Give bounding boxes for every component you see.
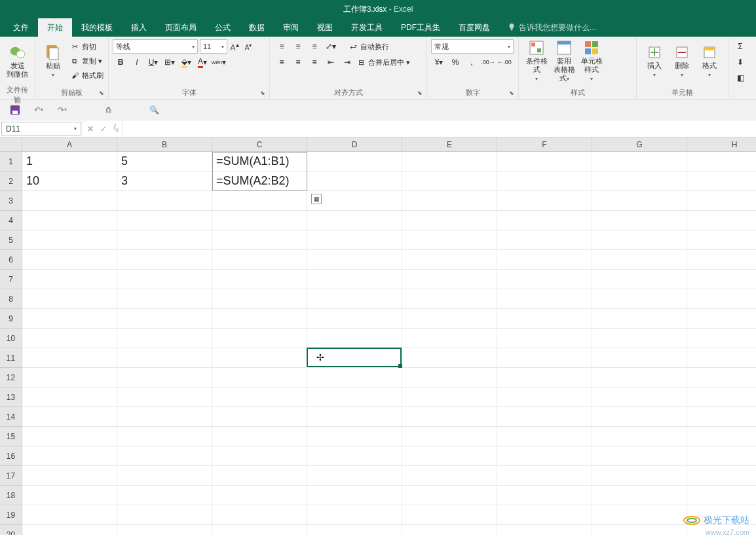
- name-box[interactable]: D11▾: [1, 122, 81, 135]
- cell[interactable]: [307, 505, 402, 525]
- cell[interactable]: [212, 309, 307, 329]
- cell[interactable]: [307, 230, 402, 250]
- cell[interactable]: [212, 250, 307, 270]
- cell[interactable]: [497, 250, 592, 270]
- cell[interactable]: [212, 525, 307, 535]
- cell[interactable]: [592, 211, 687, 230]
- tab-baidu[interactable]: 百度网盘: [449, 18, 499, 37]
- cell[interactable]: [212, 387, 307, 407]
- column-header[interactable]: G: [592, 137, 687, 152]
- formula-input[interactable]: [123, 120, 756, 137]
- cell[interactable]: 5: [117, 152, 212, 171]
- cell[interactable]: [307, 329, 402, 348]
- cell[interactable]: [117, 309, 212, 329]
- cell[interactable]: [592, 270, 687, 289]
- cell[interactable]: [22, 368, 117, 387]
- paste-button[interactable]: 粘贴▾: [39, 39, 67, 84]
- cell[interactable]: [592, 368, 687, 387]
- cell[interactable]: [402, 329, 497, 348]
- cell[interactable]: [212, 289, 307, 309]
- cell[interactable]: [22, 230, 117, 250]
- cell[interactable]: [687, 250, 756, 270]
- cell[interactable]: [687, 211, 756, 230]
- increase-decimal-button[interactable]: .00→: [480, 55, 496, 69]
- cell[interactable]: [497, 407, 592, 427]
- cell[interactable]: [307, 270, 402, 289]
- row-header[interactable]: 13: [0, 387, 22, 407]
- cell[interactable]: [497, 486, 592, 505]
- cell[interactable]: [117, 211, 212, 230]
- row-header[interactable]: 10: [0, 329, 22, 348]
- tell-me-search[interactable]: 告诉我您想要做什么...: [507, 18, 596, 37]
- cell[interactable]: [497, 505, 592, 525]
- tab-template[interactable]: 我的模板: [72, 18, 122, 37]
- cell[interactable]: [117, 191, 212, 211]
- cell[interactable]: [687, 446, 756, 466]
- cell[interactable]: [22, 407, 117, 427]
- cell[interactable]: [117, 486, 212, 505]
- percent-button[interactable]: %: [447, 55, 463, 69]
- cell[interactable]: [592, 505, 687, 525]
- cell[interactable]: [402, 525, 497, 535]
- cell[interactable]: [212, 211, 307, 230]
- cell[interactable]: [497, 171, 592, 191]
- cell[interactable]: [117, 230, 212, 250]
- cell[interactable]: [22, 329, 117, 348]
- cell[interactable]: [307, 368, 402, 387]
- cell[interactable]: [22, 348, 117, 368]
- cell[interactable]: [22, 427, 117, 446]
- cell[interactable]: [307, 486, 402, 505]
- row-header[interactable]: 20: [0, 525, 22, 535]
- dialog-launcher-icon[interactable]: ⬊: [260, 90, 268, 98]
- cell[interactable]: [307, 466, 402, 486]
- align-right-button[interactable]: ≡: [307, 55, 322, 69]
- cell[interactable]: [22, 191, 117, 211]
- cell[interactable]: [592, 230, 687, 250]
- select-all-corner[interactable]: [0, 137, 22, 152]
- cell[interactable]: [497, 348, 592, 368]
- cell[interactable]: [687, 387, 756, 407]
- cell[interactable]: [212, 505, 307, 525]
- font-color-button[interactable]: A▾: [195, 55, 210, 69]
- cell[interactable]: [402, 309, 497, 329]
- cell[interactable]: [402, 486, 497, 505]
- cell[interactable]: [117, 407, 212, 427]
- cell[interactable]: [212, 427, 307, 446]
- cell[interactable]: [22, 250, 117, 270]
- redo-button[interactable]: ↷▾: [55, 103, 69, 117]
- cell[interactable]: [592, 525, 687, 535]
- row-header[interactable]: 2: [0, 171, 22, 191]
- align-left-button[interactable]: ≡: [274, 55, 290, 69]
- row-header[interactable]: 4: [0, 211, 22, 230]
- cell[interactable]: [402, 191, 497, 211]
- merge-center-button[interactable]: ⊟合并后居中▾: [356, 55, 410, 69]
- accounting-format-button[interactable]: ¥▾: [431, 55, 447, 69]
- cell[interactable]: [117, 368, 212, 387]
- cell[interactable]: [307, 309, 402, 329]
- row-header[interactable]: 1: [0, 152, 22, 171]
- cell[interactable]: [402, 171, 497, 191]
- cell[interactable]: [687, 289, 756, 309]
- column-header[interactable]: F: [497, 137, 592, 152]
- row-header[interactable]: 12: [0, 368, 22, 387]
- tab-developer[interactable]: 开发工具: [342, 18, 392, 37]
- fill-color-button[interactable]: ⬙▾: [178, 55, 194, 69]
- cell[interactable]: [497, 152, 592, 171]
- cell[interactable]: [592, 387, 687, 407]
- cell[interactable]: [402, 348, 497, 368]
- cell[interactable]: [497, 427, 592, 446]
- cell[interactable]: [402, 289, 497, 309]
- cell-styles-button[interactable]: 单元格样式▾: [578, 39, 605, 84]
- cell[interactable]: 3: [117, 171, 212, 191]
- tab-pdf[interactable]: PDF工具集: [392, 18, 449, 37]
- cell[interactable]: [117, 329, 212, 348]
- cell[interactable]: [497, 446, 592, 466]
- cell[interactable]: [212, 348, 307, 368]
- cell[interactable]: [117, 446, 212, 466]
- copy-button[interactable]: ⧉复制▾: [69, 54, 104, 68]
- cell[interactable]: [687, 368, 756, 387]
- format-painter-button[interactable]: 🖌格式刷: [69, 68, 104, 82]
- cell[interactable]: [592, 348, 687, 368]
- italic-button[interactable]: I: [129, 55, 145, 69]
- cell[interactable]: [497, 368, 592, 387]
